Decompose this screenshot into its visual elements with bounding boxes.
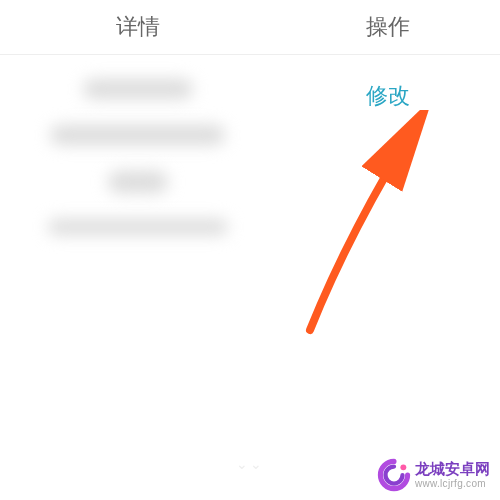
edit-link[interactable]: 修改 (366, 81, 410, 111)
blurred-detail-text (108, 171, 168, 193)
svg-point-0 (400, 464, 406, 470)
watermark-text: 龙城安卓网 www.lcjrfg.com (415, 461, 490, 489)
blurred-detail-text (83, 79, 193, 99)
table-body: 修改 (0, 55, 500, 235)
column-header-detail: 详情 (0, 12, 275, 42)
blurred-detail-text (50, 125, 225, 145)
blurred-detail-text (48, 219, 228, 235)
column-header-action: 操作 (275, 12, 500, 42)
watermark-title: 龙城安卓网 (415, 461, 490, 478)
watermark: 龙城安卓网 www.lcjrfg.com (377, 458, 490, 492)
watermark-logo-icon (377, 458, 411, 492)
decorative-dots: ⌄⌄ (236, 456, 264, 472)
detail-column (0, 75, 275, 235)
table-header-row: 详情 操作 (0, 0, 500, 55)
watermark-url: www.lcjrfg.com (415, 478, 490, 489)
action-column: 修改 (275, 75, 500, 235)
